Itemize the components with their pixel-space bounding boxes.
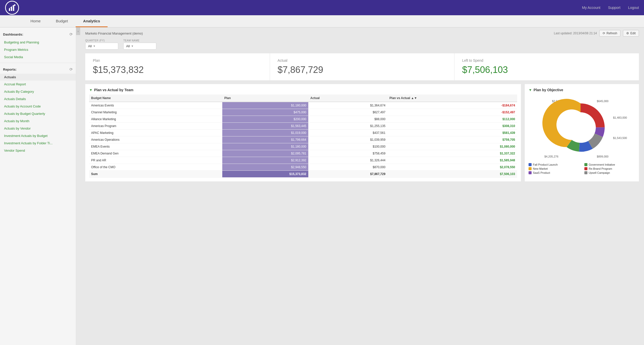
sidebar-item-actuals-account-code[interactable]: Actuals by Account Code <box>0 103 76 110</box>
row-budget-name: Americas Events <box>89 102 222 109</box>
row-budget-name: PR and AR <box>89 157 222 164</box>
legend-new-market: New Market <box>529 167 579 170</box>
budget-tab[interactable]: Budget <box>48 15 76 27</box>
dashboards-section: Dashboards: ⟳ Budgeting and Planning Pro… <box>0 30 76 61</box>
edit-button[interactable]: ⚙ Edit <box>623 30 639 37</box>
row-actual: $437,561 <box>308 130 387 136</box>
row-pvsa: $308,310 <box>387 123 517 130</box>
row-actual: $1,364,674 <box>308 102 387 109</box>
svg-text:$1,483,000: $1,483,000 <box>613 116 627 119</box>
legend-label-saas: SaaS Product <box>533 171 550 174</box>
home-tab[interactable]: Home <box>23 15 48 27</box>
row-pvsa: $2,078,550 <box>387 164 517 171</box>
sidebar-item-program-metrics[interactable]: Program Metrics <box>0 46 76 53</box>
table-row: Channel Marketing $475,000 $627,497 ‑$15… <box>89 109 517 116</box>
quarter-label: QUARTER (FY) <box>85 39 118 42</box>
svg-text:$899,000: $899,000 <box>597 155 608 158</box>
row-actual: $627,497 <box>308 109 387 116</box>
row-pvsa: ‑$152,497 <box>387 109 517 116</box>
col-budget-name: Budget Name <box>89 95 222 102</box>
actual-value: $7,867,729 <box>278 65 447 75</box>
my-account-link[interactable]: My Account <box>582 6 600 10</box>
row-plan: $1,799,664 <box>222 136 308 143</box>
table-row: Americas Program $1,563,445 $1,255,135 $… <box>89 123 517 130</box>
row-pvsa: $581,439 <box>387 130 517 136</box>
donut-chart-title: ▼ Plan by Objective <box>529 88 635 92</box>
analytics-tab[interactable]: Analytics <box>76 15 108 27</box>
row-budget-name: EMEA Events <box>89 143 222 150</box>
team-label: TEAM NAME <box>123 39 156 42</box>
row-actual: $870,000 <box>308 164 387 171</box>
support-link[interactable]: Support <box>608 6 620 10</box>
top-bar: My Account Support Logout <box>0 0 644 15</box>
legend-dot-upsell <box>584 171 587 174</box>
svg-rect-2 <box>13 5 14 11</box>
reports-label: Reports: <box>3 68 16 71</box>
plan-label: Plan <box>93 58 262 62</box>
team-value: All <box>126 44 130 48</box>
legend-label-gov: Government Initiative <box>589 163 615 166</box>
svg-text:$645,000: $645,000 <box>597 100 608 103</box>
row-plan: $1,180,000 <box>222 143 308 150</box>
sidebar-item-vendor-spend[interactable]: Vendor Spend <box>0 147 76 154</box>
row-plan: $2,948,550 <box>222 164 308 171</box>
row-budget-name: Channel Marketing <box>89 109 222 116</box>
table-row: Alliance Marketing $200,000 $88,000 $112… <box>89 116 517 123</box>
refresh-icon: ⟳ <box>603 32 605 35</box>
col-plan-vs-actual[interactable]: Plan vs Actual ▲▼ <box>387 95 517 102</box>
sidebar-item-actuals-by-vendor[interactable]: Actuals by Vendor <box>0 125 76 132</box>
dashboards-header: Dashboards: ⟳ <box>0 30 76 39</box>
sidebar-item-social-media[interactable]: Social Media <box>0 53 76 61</box>
kpi-row: Plan $15,373,832 Actual $7,867,729 Left … <box>85 53 639 80</box>
row-plan: $1,019,000 <box>222 130 308 136</box>
sidebar-item-actuals-details[interactable]: Actuals Details <box>0 95 76 103</box>
table-row: Americas Events $1,180,000 $1,364,674 ‑$… <box>89 102 517 109</box>
sidebar-collapse-button[interactable]: ‹ <box>76 27 80 35</box>
sidebar-item-actuals-by-category[interactable]: Actuals By Category <box>0 88 76 95</box>
col-plan: Plan <box>222 95 308 102</box>
row-plan: $2,095,781 <box>222 150 308 157</box>
row-budget-name: Americas Operations <box>89 136 222 143</box>
sidebar-item-actuals-budget-quarterly[interactable]: Actuals by Budget Quarterly <box>0 110 76 117</box>
refresh-label: Refresh <box>606 32 617 35</box>
row-plan: $2,912,392 <box>222 157 308 164</box>
table-sum-row: Sum $15,373,832 $7,867,729 $7,506,103 <box>89 171 517 178</box>
table-header-row: Budget Name Plan Actual Plan vs Actual ▲… <box>89 95 517 102</box>
page-title: Marketo Financial Management (demo) <box>85 32 143 35</box>
row-actual: $1,326,444 <box>308 157 387 164</box>
sidebar-item-budgeting[interactable]: Budgeting and Planning <box>0 39 76 46</box>
row-pvsa: $112,000 <box>387 116 517 123</box>
legend-government-initiative: Government Initiative <box>584 163 635 166</box>
logo <box>5 1 19 15</box>
reports-refresh-icon[interactable]: ⟳ <box>70 67 73 72</box>
dashboards-refresh-icon[interactable]: ⟳ <box>70 32 73 37</box>
legend-label-rebrand: Re-Brand Program <box>589 167 612 170</box>
left-to-spend-kpi: Left to Spend $7,506,103 <box>454 53 639 80</box>
left-to-spend-label: Left to Spend <box>462 58 631 62</box>
donut-container: $2,945,000 $645,000 $1,483,000 $1,543,50… <box>529 95 635 161</box>
donut-filter-icon: ▼ <box>529 88 532 92</box>
sidebar-item-investment-actuals-folder[interactable]: Investment Actuals by Folder Ti... <box>0 139 76 147</box>
sidebar-item-investment-actuals-budget[interactable]: Investment Actuals by Budget <box>0 132 76 139</box>
row-actual: $758,459 <box>308 150 387 157</box>
sidebar-item-accrual-report[interactable]: Accrual Report <box>0 81 76 88</box>
row-plan: $200,000 <box>222 116 308 123</box>
row-budget-name: APAC Marketing <box>89 130 222 136</box>
plan-vs-actual-table: Budget Name Plan Actual Plan vs Actual ▲… <box>89 95 517 178</box>
row-budget-name: EMEA Demand Gen <box>89 150 222 157</box>
quarter-select[interactable]: All ▼ <box>85 43 118 50</box>
logout-link[interactable]: Logout <box>628 6 639 10</box>
actual-label: Actual <box>278 58 447 62</box>
header-right: Last updated: 2013/04/08 21:14 ⟳ Refresh… <box>554 30 639 37</box>
table-title-text: Plan vs Actual by Team <box>94 88 133 92</box>
team-select[interactable]: All ▼ <box>123 43 156 50</box>
plan-value: $15,373,832 <box>93 65 262 75</box>
donut-chart-group <box>543 99 605 152</box>
legend-label-upsell: Upsell Campaign <box>589 171 610 174</box>
sidebar: Dashboards: ⟳ Budgeting and Planning Pro… <box>0 27 76 345</box>
sidebar-item-actuals-by-month[interactable]: Actuals by Month <box>0 117 76 125</box>
col-actual: Actual <box>308 95 387 102</box>
reports-header: Reports: ⟳ <box>0 65 76 74</box>
refresh-button[interactable]: ⟳ Refresh <box>599 30 620 37</box>
legend-dot-fall <box>529 163 532 166</box>
